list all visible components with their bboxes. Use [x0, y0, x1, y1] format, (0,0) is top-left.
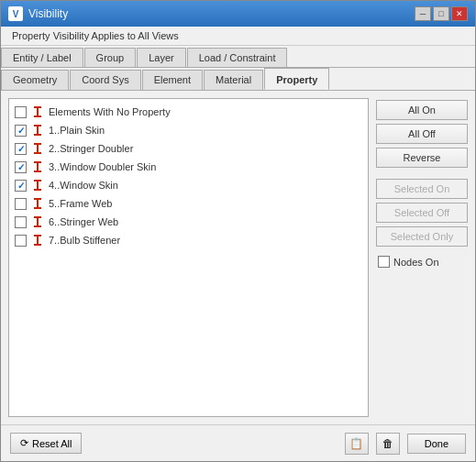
- footer-icon-btn-1[interactable]: 📋: [345, 433, 369, 455]
- reverse-button[interactable]: Reverse: [376, 148, 468, 168]
- tab-geometry[interactable]: Geometry: [1, 70, 69, 90]
- reset-icon: ⟳: [20, 437, 28, 449]
- footer-icon-1: 📋: [349, 437, 363, 450]
- title-buttons: ─ □ ✕: [415, 6, 468, 21]
- list-item[interactable]: 2..Stringer Doubler: [9, 139, 368, 158]
- list-item[interactable]: 1..Plain Skin: [9, 121, 368, 139]
- tab-property[interactable]: Property: [264, 68, 329, 90]
- item-checkbox-1[interactable]: [15, 125, 27, 137]
- all-on-button[interactable]: All On: [376, 100, 468, 120]
- item-icon-7: [30, 233, 45, 248]
- list-item[interactable]: 3..Window Doubler Skin: [9, 158, 368, 176]
- list-item[interactable]: 4..Window Skin: [9, 176, 368, 194]
- item-icon-6: [30, 214, 45, 229]
- tab-group[interactable]: Group: [84, 48, 137, 67]
- item-checkbox-3[interactable]: [15, 161, 27, 173]
- tab-entity-label[interactable]: Entity / Label: [1, 48, 83, 67]
- reset-all-button[interactable]: ⟳ Reset All: [10, 433, 82, 454]
- item-label-7: 7..Bulb Stiffener: [49, 235, 120, 246]
- item-checkbox-6[interactable]: [15, 216, 27, 228]
- nodes-on-label: Nodes On: [393, 257, 439, 268]
- done-button[interactable]: Done: [407, 434, 466, 454]
- item-label-0: Elements With No Property: [49, 106, 171, 117]
- nodes-row: Nodes On: [376, 256, 468, 268]
- item-checkbox-0[interactable]: [15, 106, 27, 118]
- close-btn[interactable]: ✕: [451, 6, 468, 21]
- window-icon: V: [8, 6, 23, 21]
- footer-icon-2: 🗑: [382, 437, 393, 450]
- item-label-3: 3..Window Doubler Skin: [49, 161, 156, 172]
- list-item[interactable]: Elements With No Property: [9, 103, 368, 121]
- subtitle-text: Property Visibility Applies to All Views: [12, 30, 179, 41]
- selected-off-button[interactable]: Selected Off: [376, 203, 468, 223]
- item-label-2: 2..Stringer Doubler: [49, 143, 133, 154]
- item-label-1: 1..Plain Skin: [49, 125, 105, 136]
- subtitle-bar: Property Visibility Applies to All Views: [1, 27, 475, 46]
- selected-on-button[interactable]: Selected On: [376, 179, 468, 199]
- item-icon-5: [30, 196, 45, 211]
- window-title: Visibility: [28, 7, 68, 20]
- item-checkbox-5[interactable]: [15, 198, 27, 210]
- content-area: Elements With No Property1..Plain Skin2.…: [1, 91, 475, 424]
- tab-load-constraint[interactable]: Load / Constraint: [187, 48, 288, 67]
- item-icon-0: [30, 104, 45, 119]
- item-label-6: 6..Stringer Web: [49, 216, 118, 227]
- bottom-tab-row: Geometry Coord Sys Element Material Prop…: [1, 68, 475, 91]
- right-panel: All On All Off Reverse Selected On Selec…: [376, 98, 468, 417]
- footer: ⟳ Reset All 📋 🗑 Done: [1, 424, 475, 461]
- title-bar: V Visibility ─ □ ✕: [1, 1, 475, 27]
- list-item[interactable]: 7..Bulb Stiffener: [9, 231, 368, 249]
- all-off-button[interactable]: All Off: [376, 124, 468, 144]
- tab-layer[interactable]: Layer: [137, 48, 186, 67]
- footer-icon-btn-2[interactable]: 🗑: [376, 433, 400, 455]
- tab-material[interactable]: Material: [204, 70, 263, 90]
- selected-only-button[interactable]: Selected Only: [376, 226, 468, 247]
- list-item[interactable]: 6..Stringer Web: [9, 213, 368, 231]
- top-tab-row: Entity / Label Group Layer Load / Constr…: [1, 46, 475, 68]
- list-panel[interactable]: Elements With No Property1..Plain Skin2.…: [8, 98, 369, 417]
- item-label-5: 5..Frame Web: [49, 198, 113, 209]
- item-checkbox-7[interactable]: [15, 235, 27, 247]
- reset-all-label: Reset All: [32, 438, 72, 449]
- item-checkbox-4[interactable]: [15, 180, 27, 192]
- item-label-4: 4..Window Skin: [49, 180, 118, 191]
- minimize-btn[interactable]: ─: [415, 6, 431, 21]
- nodes-on-checkbox[interactable]: [378, 256, 390, 268]
- item-icon-1: [30, 123, 45, 138]
- item-icon-2: [30, 141, 45, 156]
- item-icon-4: [30, 178, 45, 192]
- maximize-btn[interactable]: □: [433, 6, 449, 21]
- tab-element[interactable]: Element: [142, 70, 203, 90]
- list-item[interactable]: 5..Frame Web: [9, 194, 368, 213]
- title-bar-left: V Visibility: [8, 6, 68, 21]
- tab-coord-sys[interactable]: Coord Sys: [70, 70, 140, 90]
- main-window: V Visibility ─ □ ✕ Property Visibility A…: [0, 0, 476, 462]
- item-icon-3: [30, 160, 45, 174]
- item-checkbox-2[interactable]: [15, 143, 27, 155]
